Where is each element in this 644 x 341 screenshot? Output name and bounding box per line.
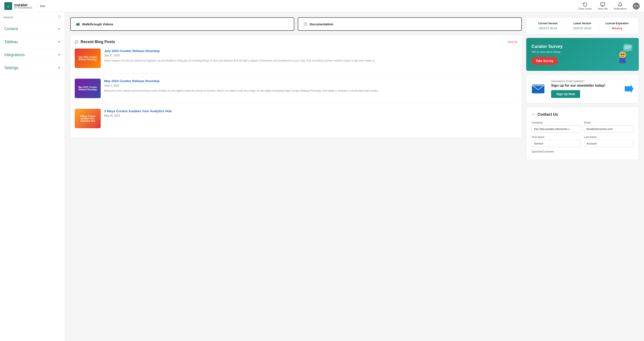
blog-thumbnail-1: May 2023: Curator Release Roundup — [75, 79, 101, 98]
app-body: Content + Tableau + Integrations + Setti… — [0, 12, 644, 341]
newsletter-headline: Sign up for our newsletter today! — [551, 84, 620, 88]
video-icon: 📹 — [76, 22, 80, 26]
sidebar-expand-tableau-icon: + — [58, 40, 60, 45]
blog-post-1: May 2023: Curator Release Roundup May 20… — [75, 79, 517, 104]
first-name-field-group: First Name — [532, 136, 581, 147]
svg-point-3 — [58, 16, 61, 18]
blog-thumb-text-1: May 2023: Curator Release Roundup — [76, 86, 99, 91]
contact-form: Company Email First Name Last Name — [532, 121, 634, 154]
nav-right: Clear Cache View Site Notifications S A — [578, 2, 640, 10]
svg-text:C: C — [7, 6, 9, 8]
view-site-button[interactable]: View Site — [598, 2, 608, 10]
sidebar: Content + Tableau + Integrations + Setti… — [0, 12, 65, 341]
email-input[interactable] — [584, 125, 634, 133]
bell-icon — [618, 2, 622, 7]
last-name-label: Last Name — [584, 136, 634, 139]
comment-label: Question/Comment — [532, 150, 634, 153]
notifications-button[interactable]: Notifications — [614, 2, 627, 10]
comment-field-group: Question/Comment — [532, 150, 634, 154]
blog-thumbnail-2: 3 Ways Curator Enables Your Analytics Hu… — [75, 109, 101, 128]
sidebar-expand-integrations-icon: + — [58, 53, 60, 57]
sign-up-now-button[interactable]: Sign Up Now — [551, 90, 580, 98]
svg-point-12 — [621, 54, 622, 55]
sidebar-item-settings-label: Settings — [4, 66, 18, 70]
sidebar-item-integrations-label: Integrations — [4, 53, 25, 57]
documentation-label: Documentation — [310, 22, 333, 26]
site-name: Itse — [37, 4, 45, 8]
last-name-input[interactable] — [584, 140, 634, 147]
company-input[interactable] — [532, 125, 581, 133]
blog-date-2: May 30, 2023 — [104, 114, 517, 117]
version-card: Current Version 2023.07.26-02 Latest Ver… — [526, 17, 639, 35]
first-name-label: First Name — [532, 136, 581, 139]
logo-area: C curator BY INTERWORKS Itse — [4, 2, 45, 10]
blog-excerpt-1: Welcome to the vibrant and blossoming mo… — [104, 89, 517, 93]
blog-post-2: 3 Ways Curator Enables Your Analytics Hu… — [75, 109, 517, 133]
latest-version-col: Latest Version 2023.07.26-02 — [565, 21, 600, 31]
sidebar-item-integrations[interactable]: Integrations + — [0, 49, 65, 62]
walkthrough-videos-button[interactable]: 📹 Walkthrough Videos — [70, 17, 294, 31]
clear-cache-icon — [583, 2, 588, 7]
current-version-col: Current Version 2023.07.26-02 — [531, 21, 565, 31]
clear-cache-label: Clear Cache — [578, 7, 592, 10]
survey-banner: Curator Survey Tell us how we're doing T… — [526, 38, 639, 71]
expiration-col: License Expiration Missing — [600, 21, 634, 31]
blog-icon: 💬 — [75, 40, 78, 44]
blog-thumb-text-0: July 2023: Curator Release Roundup — [76, 56, 99, 61]
last-name-field-group: Last Name — [584, 136, 634, 147]
company-label: Company — [532, 121, 581, 124]
sidebar-item-settings[interactable]: Settings + — [0, 62, 65, 75]
blog-date-1: June 2, 2023 — [104, 84, 517, 87]
sidebar-item-content[interactable]: Content + — [0, 23, 65, 36]
notifications-label: Notifications — [614, 7, 627, 10]
latest-version-label: Latest Version — [567, 22, 598, 25]
search-input[interactable] — [4, 16, 58, 19]
blog-post-title-2[interactable]: 3 Ways Curator Enables Your Analytics Hu… — [104, 109, 517, 113]
blog-post-title-0[interactable]: July 2023 Curator Release Roundup — [104, 49, 517, 53]
blog-post-0: July 2023: Curator Release Roundup July … — [75, 49, 517, 74]
sidebar-item-tableau-label: Tableau — [4, 40, 18, 44]
logo-text: curator — [14, 3, 32, 7]
blog-excerpt-0: Hello, readers! As the sun shines its br… — [104, 59, 517, 63]
contact-title: Contact Us — [538, 112, 558, 117]
contact-card: ✉️ Contact Us Company Email First Name — [526, 107, 639, 160]
svg-rect-2 — [601, 3, 604, 6]
envelope-icon — [532, 82, 547, 95]
svg-point-10 — [619, 51, 626, 58]
search-bar — [0, 12, 65, 23]
blog-post-title-1[interactable]: May 2023 Curator Release Roundup — [104, 79, 517, 83]
quick-links: 📹 Walkthrough Videos 📋 Documentation — [70, 17, 522, 31]
view-all-link[interactable]: View All — [508, 40, 517, 44]
blog-title: Recent Blog Posts — [80, 40, 115, 44]
newsletter-subtitle: Interested in Email Updates? — [551, 80, 620, 83]
survey-title: Curator Survey — [532, 44, 563, 49]
current-version-value: 2023.07.26-02 — [532, 27, 563, 30]
survey-subtitle: Tell us how we're doing — [532, 50, 563, 54]
latest-version-value: 2023.07.26-02 — [567, 27, 598, 30]
blog-thumbnail-0: July 2023: Curator Release Roundup — [75, 49, 101, 68]
user-menu-button[interactable]: S A — [633, 3, 640, 10]
blog-thumb-text-2: 3 Ways Curator Enables Your Analytics Hu… — [76, 115, 99, 122]
svg-point-13 — [623, 54, 624, 55]
clear-cache-button[interactable]: Clear Cache — [578, 2, 592, 10]
curator-logo-icon: C — [4, 2, 12, 10]
first-name-input[interactable] — [532, 140, 581, 147]
blog-section: 💬 Recent Blog Posts View All July 2023: … — [70, 35, 522, 138]
documentation-button[interactable]: 📋 Documentation — [298, 17, 522, 31]
blog-date-0: July 27, 2023 — [104, 54, 517, 57]
svg-rect-16 — [532, 84, 544, 86]
sidebar-expand-content-icon: + — [58, 27, 60, 32]
top-nav: C curator BY INTERWORKS Itse Clear Cache… — [0, 0, 644, 12]
main-content: 📹 Walkthrough Videos 📋 Documentation Cur… — [65, 12, 644, 341]
sidebar-item-tableau[interactable]: Tableau + — [0, 36, 65, 49]
avatar: S A — [633, 3, 640, 10]
expiration-value: Missing — [602, 27, 632, 30]
right-column: Current Version 2023.07.26-02 Latest Ver… — [526, 17, 639, 198]
email-label: Email — [584, 121, 634, 124]
sidebar-item-content-label: Content — [4, 27, 18, 31]
take-survey-button[interactable]: Take Survey — [532, 57, 558, 65]
newsletter-arrow-icon — [625, 85, 634, 93]
svg-rect-5 — [624, 45, 632, 51]
sidebar-expand-settings-icon: + — [58, 66, 60, 70]
doc-icon: 📋 — [304, 22, 308, 26]
